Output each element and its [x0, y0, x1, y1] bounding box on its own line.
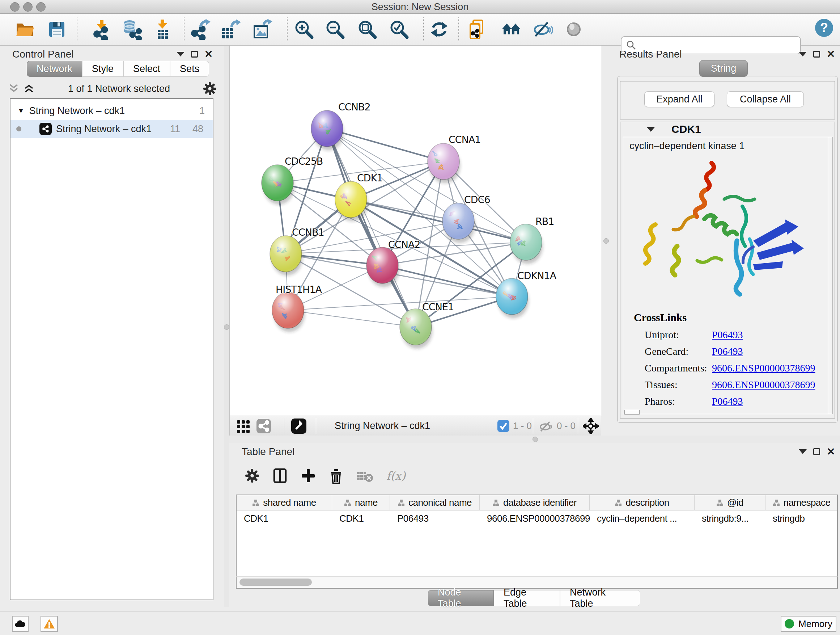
table-cell[interactable]: P06493 — [390, 510, 480, 526]
network-collection-row[interactable]: ▼ String Network – cdk1 1 — [11, 102, 213, 120]
network-node-CCNB1[interactable] — [270, 236, 302, 272]
right-splitter-handle[interactable] — [603, 238, 609, 244]
network-view[interactable]: CCNB2CCNA1CDC25BCDK1CDC6RB1CCNB1CCNA2CDK… — [229, 46, 601, 435]
cloud-button[interactable] — [12, 616, 28, 632]
right-splitter[interactable] — [601, 46, 611, 435]
tab-network-table[interactable]: Network Table — [560, 590, 640, 606]
tab-select[interactable]: Select — [123, 61, 170, 77]
zoom-in-icon[interactable] — [294, 19, 314, 40]
network-node-CDK1[interactable] — [335, 181, 367, 218]
column-header-canonical-name[interactable]: canonical name — [390, 495, 480, 510]
network-node-HIST1H1A[interactable] — [272, 292, 304, 328]
table-cell[interactable]: cyclin–dependent ... — [590, 510, 695, 526]
detach-view-icon[interactable] — [291, 418, 306, 433]
table-hscrollbar-thumb[interactable] — [240, 578, 312, 586]
delete-column-trash-icon[interactable] — [328, 467, 344, 484]
results-panel-close-icon[interactable]: ✕ — [827, 51, 835, 57]
help-icon[interactable]: ? — [813, 17, 835, 38]
network-edge[interactable] — [327, 128, 416, 327]
string-home-icon[interactable] — [501, 19, 522, 40]
pan-crosshair-icon[interactable] — [583, 418, 599, 433]
collapse-all-button[interactable]: Collapse All — [727, 91, 804, 107]
memory-button[interactable]: Memory — [781, 616, 836, 632]
control-panel-close-icon[interactable]: ✕ — [204, 51, 213, 57]
warning-button[interactable] — [41, 616, 58, 632]
import-network-file-icon[interactable] — [91, 19, 112, 40]
export-table-icon[interactable] — [220, 19, 241, 40]
crosslink-link[interactable]: P06493 — [712, 396, 743, 407]
network-node-CDC6[interactable] — [442, 203, 474, 239]
grid-view-icon[interactable] — [236, 418, 251, 433]
import-network-database-icon[interactable] — [122, 19, 142, 40]
results-scrollbar[interactable] — [828, 137, 832, 414]
table-panel-close-icon[interactable]: ✕ — [827, 448, 835, 455]
results-tab-string[interactable]: String — [699, 60, 748, 77]
horizontal-splitter-handle[interactable] — [532, 437, 538, 442]
column-header-name[interactable]: name — [332, 495, 390, 510]
render-sphere-icon[interactable] — [563, 19, 584, 40]
table-cell[interactable]: CDK1 — [332, 510, 390, 526]
open-session-icon[interactable] — [14, 19, 35, 40]
left-splitter-handle[interactable] — [224, 325, 229, 330]
table-options-gear-icon[interactable] — [245, 468, 260, 483]
network-edge[interactable] — [327, 128, 444, 162]
refresh-icon[interactable] — [429, 19, 450, 40]
results-panel-menu-icon[interactable] — [799, 52, 807, 57]
create-column-plus-icon[interactable] — [300, 468, 316, 484]
column-header-namespace[interactable]: namespace — [766, 495, 838, 510]
table-cell[interactable]: stringdb:9... — [695, 510, 766, 526]
table-row[interactable]: CDK1CDK1P064939606.ENSP00000378699cyclin… — [237, 510, 837, 526]
column-header-description[interactable]: description — [590, 495, 695, 510]
tab-style[interactable]: Style — [82, 61, 123, 77]
tab-edge-table[interactable]: Edge Table — [494, 590, 560, 606]
tab-sets[interactable]: Sets — [170, 61, 209, 77]
export-image-icon[interactable] — [251, 19, 272, 40]
expand-all-button[interactable]: Expand All — [644, 91, 714, 107]
network-node-CCNB2[interactable] — [311, 111, 343, 147]
share-document-icon[interactable] — [467, 19, 488, 40]
results-panel-float-icon[interactable] — [813, 51, 820, 57]
results-mini-scrollbar[interactable] — [624, 410, 639, 415]
network-node-CDC25B[interactable] — [262, 165, 294, 201]
collapse-all-chevron-icon[interactable] — [7, 82, 20, 95]
export-network-icon[interactable] — [189, 19, 210, 40]
crosslink-link[interactable]: 9606.ENSP00000378699 — [712, 379, 815, 391]
control-panel-float-icon[interactable] — [191, 51, 198, 57]
import-table-file-icon[interactable] — [152, 19, 173, 40]
zoom-selected-icon[interactable] — [388, 19, 409, 40]
table-cell[interactable]: 9606.ENSP00000378699 — [480, 510, 590, 526]
gene-collapse-caret[interactable] — [647, 127, 655, 132]
crosslink-link[interactable]: P06493 — [712, 329, 743, 340]
control-panel-menu-icon[interactable] — [177, 52, 185, 57]
table-panel-menu-icon[interactable] — [799, 449, 807, 454]
crosslink-link[interactable]: 9606.ENSP00000378699 — [712, 363, 815, 374]
tab-node-table[interactable]: Node Table — [428, 590, 494, 606]
network-node-CCNA2[interactable] — [366, 247, 398, 283]
zoom-fit-icon[interactable] — [357, 19, 378, 40]
tab-network[interactable]: Network — [27, 61, 82, 77]
horizontal-splitter[interactable] — [229, 435, 840, 443]
expand-all-chevron-icon[interactable] — [22, 82, 35, 95]
selected-checkbox[interactable]: 1 - 0 — [497, 418, 532, 433]
column-header-shared-name[interactable]: shared name — [237, 495, 332, 510]
zoom-out-icon[interactable] — [325, 19, 346, 40]
collection-expand-caret[interactable]: ▼ — [18, 107, 24, 115]
save-session-icon[interactable] — [46, 19, 67, 40]
network-options-gear-icon[interactable] — [202, 81, 217, 96]
network-edge[interactable] — [288, 310, 416, 327]
table-cell[interactable]: CDK1 — [237, 510, 332, 526]
hidden-eye-icon[interactable]: 0 - 0 — [538, 418, 576, 433]
crosslink-link[interactable]: P06493 — [712, 346, 743, 357]
apply-function-icon[interactable]: f(x) — [386, 469, 406, 482]
network-node-RB1[interactable] — [510, 224, 542, 260]
column-header--id[interactable]: @id — [695, 495, 766, 510]
network-node-CCNE1[interactable] — [400, 309, 431, 345]
hide-unhide-eye-icon[interactable] — [532, 19, 553, 40]
table-cell[interactable]: stringdb — [766, 510, 838, 526]
left-splitter[interactable] — [224, 46, 229, 607]
network-row-selected[interactable]: String Network – cdk1 11 48 — [11, 120, 213, 138]
network-canvas[interactable]: CCNB2CCNA1CDC25BCDK1CDC6RB1CCNB1CCNA2CDK… — [230, 48, 602, 416]
network-node-CCNA1[interactable] — [428, 143, 459, 180]
table-panel-float-icon[interactable] — [813, 448, 820, 455]
delete-table-icon[interactable] — [356, 469, 374, 483]
